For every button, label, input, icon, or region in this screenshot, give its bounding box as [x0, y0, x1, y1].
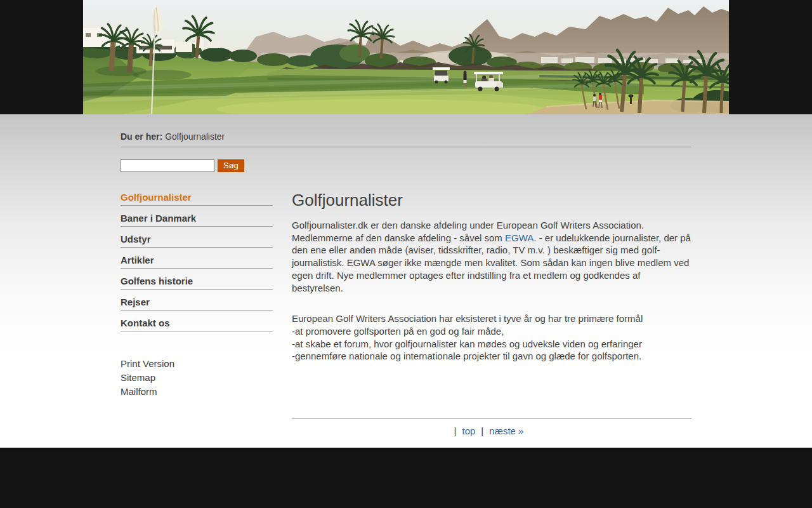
breadcrumb: Du er her:Golfjournalister — [121, 131, 691, 147]
pager-separator: | — [481, 425, 483, 436]
page: Du er her:Golfjournalister Søg Golfjourn… — [0, 0, 812, 508]
search-button[interactable]: Søg — [218, 159, 244, 172]
header-band — [0, 0, 812, 114]
goals-line: European Golf Writers Association har ek… — [292, 312, 691, 325]
sidebar-tools: Print Version Sitemap Mailform — [121, 357, 273, 399]
breadcrumb-label: Du er her: — [121, 131, 162, 142]
sidebar-item-baner-i-danmark[interactable]: Baner i Danmark — [121, 206, 273, 227]
goals-line: -at promovere golfsporten på en god og f… — [292, 325, 691, 338]
top-link[interactable]: top — [462, 425, 475, 436]
egwa-link[interactable]: EGWA — [505, 232, 534, 243]
sidebar-item-golfjournalister[interactable]: Golfjournalister — [121, 190, 273, 206]
sidebar: Golfjournalister Baner i Danmark Udstyr … — [121, 190, 273, 399]
breadcrumb-current: Golfjournalister — [165, 131, 225, 142]
sitemap-link[interactable]: Sitemap — [121, 371, 273, 385]
sidebar-item-udstyr[interactable]: Udstyr — [121, 227, 273, 248]
footer — [0, 448, 812, 508]
mailform-link[interactable]: Mailform — [121, 385, 273, 399]
sidebar-item-golfens-historie[interactable]: Golfens historie — [121, 269, 273, 290]
goals-line: -gennemføre nationale og internationale … — [292, 350, 691, 363]
goals-line: -at skabe et forum, hvor golfjournaliste… — [292, 338, 691, 351]
sidebar-item-rejser[interactable]: Rejser — [121, 290, 273, 311]
goals-paragraph: European Golf Writers Association har ek… — [292, 312, 691, 363]
page-title: Golfjournalister — [292, 190, 691, 210]
print-version-link[interactable]: Print Version — [121, 357, 273, 371]
search-input[interactable] — [121, 159, 214, 172]
header-photo-golf-course — [83, 0, 729, 114]
main-content: Golfjournalister Golfjournalister.dk er … — [292, 190, 691, 436]
next-link[interactable]: næste » — [489, 425, 523, 436]
sidebar-item-artikler[interactable]: Artikler — [121, 248, 273, 269]
sidebar-item-kontakt-os[interactable]: Kontakt os — [121, 311, 273, 331]
pager-separator: | — [454, 425, 457, 436]
pager: |top|næste » — [292, 418, 691, 436]
intro-paragraph: Golfjournalister.dk er den danske afdeli… — [292, 219, 691, 294]
content-band: Du er her:Golfjournalister Søg Golfjourn… — [0, 114, 812, 448]
search-bar: Søg — [121, 159, 691, 172]
sidebar-nav: Golfjournalister Baner i Danmark Udstyr … — [121, 190, 273, 331]
